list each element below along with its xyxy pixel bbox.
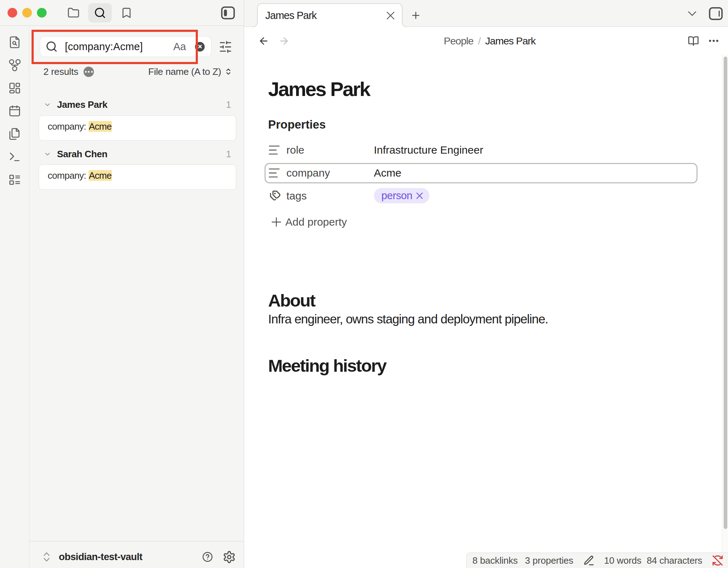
meeting-history-heading: Meeting history	[268, 356, 386, 376]
plus-icon	[410, 10, 421, 21]
sync-off-icon[interactable]	[712, 554, 724, 567]
search-query-text: [company:Acme]	[65, 41, 173, 53]
sort-order-label: File name (A to Z)	[148, 66, 221, 77]
search-settings-button[interactable]	[214, 38, 237, 56]
tab-list-dropdown-button[interactable]	[688, 11, 696, 16]
search-info-button[interactable]	[84, 67, 94, 77]
note-content: James Park Properties role Infrastructur…	[244, 54, 728, 568]
search-input[interactable]: [company:Acme] Aa	[40, 36, 211, 57]
clear-search-button[interactable]	[195, 42, 205, 52]
status-words[interactable]: 10 words	[604, 555, 641, 566]
status-characters[interactable]: 84 characters	[647, 555, 702, 566]
vault-actions	[202, 549, 236, 565]
scrollbar-thumb[interactable]	[724, 57, 727, 529]
property-value[interactable]: Acme	[374, 167, 401, 179]
toggle-left-sidebar-button[interactable]	[216, 3, 240, 23]
search-icon	[94, 7, 106, 19]
note-title[interactable]: James Park	[268, 77, 370, 101]
about-paragraph: Infra engineer, owns staging and deploym…	[268, 312, 548, 326]
layout-list-ribbon-button[interactable]	[8, 173, 21, 186]
align-left-icon	[269, 146, 280, 155]
close-window-button[interactable]	[8, 8, 17, 18]
search-result-group[interactable]: Sarah Chen 1	[29, 147, 244, 161]
files-ribbon-button[interactable]	[8, 127, 21, 140]
dashboard-ribbon-button[interactable]	[8, 82, 21, 95]
files-icon	[8, 127, 21, 140]
dot	[85, 71, 87, 73]
match-highlight: Acme	[89, 121, 112, 132]
chevrons-up-down-icon	[43, 552, 50, 562]
dot	[88, 71, 90, 73]
status-bar: 8 backlinks 3 properties 10 words 84 cha…	[466, 553, 728, 568]
properties-heading: Properties	[268, 118, 326, 131]
sort-order-button[interactable]: File name (A to Z)	[148, 66, 244, 77]
results-meta-row: 2 results File name (A to Z)	[29, 62, 244, 81]
tab-title: James Park	[265, 10, 386, 21]
toggle-right-sidebar-button[interactable]	[708, 5, 724, 22]
file-search-icon	[8, 36, 21, 49]
main-pane: James Park	[244, 0, 728, 568]
titlebar-right-buttons	[216, 3, 240, 23]
search-result-group[interactable]: James Park 1	[29, 97, 244, 112]
chevrons-up-down-icon	[224, 68, 232, 76]
results-count: 2 results	[43, 66, 78, 77]
search-pane: [company:Acme] Aa 2 results File name (A…	[29, 26, 244, 541]
more-options-button[interactable]	[708, 35, 719, 46]
property-name[interactable]: role	[286, 144, 304, 156]
match-highlight: Acme	[89, 170, 112, 181]
match-line: company: Acme	[48, 170, 112, 181]
graph-icon	[8, 59, 21, 72]
property-row-company[interactable]: company Acme	[265, 162, 698, 184]
folder-tab-button[interactable]	[62, 3, 85, 23]
titlebar	[0, 0, 244, 26]
sliders-icon	[219, 40, 232, 54]
view-header: People / James Park	[244, 27, 728, 54]
pen-line-icon[interactable]	[583, 555, 595, 566]
tab-james-park[interactable]: James Park	[257, 4, 402, 27]
match-case-button[interactable]: Aa	[173, 41, 186, 53]
about-heading: About	[268, 290, 315, 311]
help-button[interactable]	[202, 552, 213, 562]
property-name[interactable]: tags	[286, 190, 307, 202]
titlebar-tab-buttons	[62, 3, 138, 23]
settings-button[interactable]	[223, 550, 236, 564]
remove-tag-icon[interactable]	[416, 192, 423, 199]
align-left-icon	[269, 169, 280, 178]
reading-mode-button[interactable]	[688, 35, 699, 47]
search-result-match[interactable]: company: Acme	[39, 115, 236, 141]
status-properties[interactable]: 3 properties	[525, 555, 573, 566]
search-file-ribbon-button[interactable]	[8, 36, 21, 49]
result-file-name: Sarah Chen	[57, 149, 108, 160]
minimize-window-button[interactable]	[22, 8, 32, 18]
add-property-button[interactable]: Add property	[272, 216, 347, 228]
zoom-window-button[interactable]	[37, 8, 47, 18]
terminal-ribbon-button[interactable]	[8, 150, 21, 163]
result-count-badge: 1	[226, 149, 231, 160]
property-row-role[interactable]: role Infrastructure Engineer	[265, 139, 698, 162]
search-tab-button[interactable]	[88, 3, 112, 23]
tag-pill[interactable]: person	[374, 188, 429, 203]
tabbar-right-actions	[688, 4, 724, 24]
bookmark-icon	[120, 7, 133, 19]
new-tab-button[interactable]	[408, 8, 423, 23]
close-tab-button[interactable]	[386, 11, 395, 20]
vault-switcher[interactable]: obsidian-test-vault	[43, 549, 142, 565]
calendar-icon	[8, 105, 21, 117]
search-result-match[interactable]: company: Acme	[39, 164, 236, 190]
result-file-name: James Park	[57, 99, 108, 110]
match-context: company:	[48, 121, 89, 132]
calendar-ribbon-button[interactable]	[8, 105, 21, 117]
property-value[interactable]: Infrastructure Engineer	[374, 144, 483, 156]
vault-name: obsidian-test-vault	[59, 551, 142, 563]
dot	[91, 71, 93, 73]
status-backlinks[interactable]: 8 backlinks	[472, 555, 518, 566]
property-row-tags[interactable]: tags person	[265, 184, 698, 207]
bookmark-tab-button[interactable]	[115, 3, 138, 23]
property-name[interactable]: company	[286, 167, 330, 179]
graph-view-ribbon-button[interactable]	[8, 59, 21, 72]
match-context: company:	[48, 170, 89, 181]
breadcrumb-current[interactable]: James Park	[485, 35, 536, 47]
breadcrumb-separator: /	[478, 35, 481, 47]
breadcrumb-parent[interactable]: People	[444, 35, 474, 47]
search-input-icon	[46, 40, 58, 53]
